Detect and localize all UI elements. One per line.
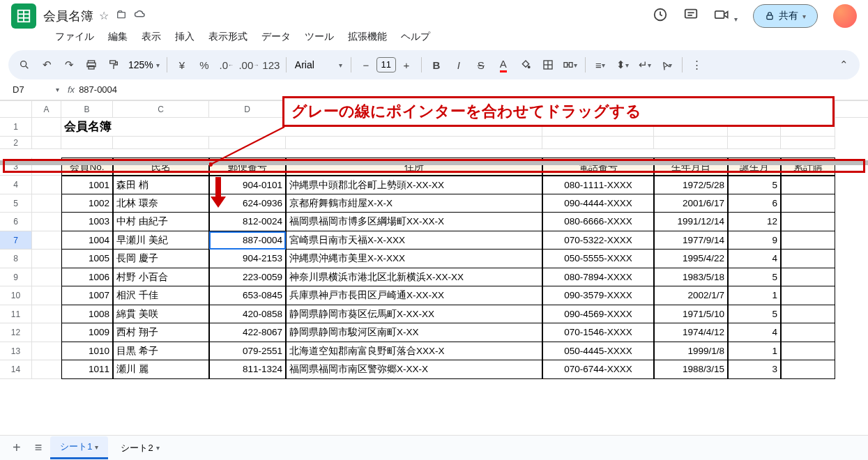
cell-name[interactable]: 相沢 千佳 (113, 286, 209, 305)
cell-zip[interactable]: 887-0004 (209, 231, 286, 250)
cell-total[interactable] (781, 305, 835, 324)
cell-no[interactable]: 1009 (61, 323, 113, 342)
decrease-decimal-icon[interactable]: .0← (216, 54, 237, 75)
redo-icon[interactable]: ↷ (59, 54, 79, 75)
cell-tel[interactable]: 090-3579-XXXX (542, 286, 654, 305)
cell-addr[interactable]: 北海道空知郡南富良野町落合XXX-X (286, 342, 542, 361)
cell-no[interactable]: 1006 (61, 268, 113, 287)
wrap-icon[interactable]: ↵ ▾ (634, 54, 655, 75)
cell-total[interactable] (781, 286, 835, 305)
row-header[interactable]: 4 (0, 176, 32, 194)
cell-no[interactable]: 1003 (61, 213, 113, 231)
add-sheet-button[interactable]: + (7, 440, 26, 456)
cell-dob[interactable]: 1991/12/14 (654, 213, 728, 231)
menu-view[interactable]: 表示 (135, 28, 167, 46)
menu-data[interactable]: データ (255, 28, 297, 46)
cell-addr[interactable]: 京都府舞鶴市紺屋X-X-X (286, 194, 542, 213)
user-avatar[interactable] (833, 4, 857, 28)
menu-edit[interactable]: 編集 (102, 28, 134, 46)
halign-icon[interactable]: ≡ ▾ (590, 54, 611, 75)
cell-zip[interactable]: 420-0858 (209, 305, 286, 324)
cell-dob[interactable]: 1974/4/12 (654, 323, 728, 342)
cell-no[interactable]: 1002 (61, 194, 113, 213)
zoom-select[interactable]: 125% ▾ (125, 59, 162, 70)
menu-help[interactable]: ヘルプ (395, 28, 436, 46)
cell-name[interactable]: 目黒 希子 (113, 342, 209, 361)
row-header[interactable]: 1 (0, 118, 32, 137)
cell-zip[interactable]: 904-2153 (209, 250, 286, 268)
cloud-icon[interactable] (134, 9, 146, 23)
cell-zip[interactable]: 223-0059 (209, 268, 286, 287)
cell-addr[interactable]: 静岡県静岡市駿河区南町X-XX (286, 323, 542, 342)
cell-no[interactable]: 1005 (61, 250, 113, 268)
sheets-logo-icon[interactable] (11, 3, 36, 29)
cell-addr[interactable]: 沖縄県中頭郡北谷町上勢頭X-XX-XX (286, 176, 542, 194)
meet-icon[interactable]: ▾ (714, 8, 738, 25)
cell-dob[interactable]: 2002/1/7 (654, 286, 728, 305)
cell-tel[interactable]: 070-1546-XXXX (542, 323, 654, 342)
cell-zip[interactable]: 812-0024 (209, 213, 286, 231)
cell-zip[interactable]: 811-1324 (209, 360, 286, 379)
table-row[interactable]: 1005長岡 慶子904-2153沖縄県沖縄市美里X-X-XXX050-5555… (32, 250, 835, 268)
cell-zip[interactable]: 653-0845 (209, 286, 286, 305)
cell-name[interactable]: 北林 環奈 (113, 194, 209, 213)
cell-total[interactable] (781, 268, 835, 287)
frozen-row-divider[interactable] (0, 160, 868, 165)
row-header[interactable]: 8 (0, 250, 32, 268)
cell-month[interactable]: 5 (728, 268, 781, 287)
menu-file[interactable]: ファイル (49, 28, 100, 46)
cell-tel[interactable]: 080-6666-XXXX (542, 213, 654, 231)
borders-icon[interactable] (538, 54, 558, 75)
col-header-B[interactable]: B (61, 101, 113, 117)
text-color-icon[interactable]: A (493, 54, 514, 75)
print-icon[interactable] (81, 54, 102, 75)
row-header[interactable]: 5 (0, 194, 32, 213)
fill-color-icon[interactable] (515, 54, 536, 75)
row-header[interactable]: 14 (0, 360, 32, 379)
star-icon[interactable]: ☆ (99, 9, 109, 23)
row-header[interactable]: 10 (0, 286, 32, 305)
cell-dob[interactable]: 1972/5/28 (654, 176, 728, 194)
cell-no[interactable]: 1007 (61, 286, 113, 305)
cell-month[interactable]: 9 (728, 231, 781, 250)
col-header-A[interactable]: A (32, 101, 61, 117)
cell-addr[interactable]: 兵庫県神戸市長田区戸崎通X-XX-XX (286, 286, 542, 305)
cell-tel[interactable]: 050-4445-XXXX (542, 342, 654, 361)
cell-no[interactable]: 1008 (61, 305, 113, 324)
cell-dob[interactable]: 1995/4/22 (654, 250, 728, 268)
menu-insert[interactable]: 挿入 (169, 28, 201, 46)
cell-month[interactable]: 1 (728, 286, 781, 305)
cell-dob[interactable]: 1999/1/8 (654, 342, 728, 361)
cell-total[interactable] (781, 323, 835, 342)
collapse-toolbar-icon[interactable]: ⌃ (833, 54, 854, 75)
sheet-tab-2[interactable]: シート2 ▾ (111, 438, 169, 459)
cell-zip[interactable]: 904-0101 (209, 176, 286, 194)
table-row[interactable]: 1002北林 環奈624-0936京都府舞鶴市紺屋X-X-X090-4444-X… (32, 194, 835, 213)
row-header[interactable]: 2 (0, 137, 32, 149)
row-header[interactable]: 11 (0, 305, 32, 324)
cell-zip[interactable]: 079-2551 (209, 342, 286, 361)
cell-name[interactable]: 中村 由紀子 (113, 213, 209, 231)
cell-no[interactable]: 1001 (61, 176, 113, 194)
row-header[interactable]: 9 (0, 268, 32, 287)
cell-zip[interactable]: 624-0936 (209, 194, 286, 213)
cell-total[interactable] (781, 342, 835, 361)
table-row[interactable]: 1009西村 翔子422-8067静岡県静岡市駿河区南町X-XX070-1546… (32, 323, 835, 342)
cell-dob[interactable]: 1983/5/18 (654, 268, 728, 287)
cell-addr[interactable]: 神奈川県横浜市港北区北新横浜X-XX-XX (286, 268, 542, 287)
cell-name[interactable]: 早瀬川 美紀 (113, 231, 209, 250)
valign-icon[interactable]: ⬍ ▾ (612, 54, 633, 75)
cell-tel[interactable]: 070-6744-XXXX (542, 360, 654, 379)
cell-name[interactable]: 瀬川 麗 (113, 360, 209, 379)
table-row[interactable]: 1004早瀬川 美紀887-0004宮崎県日南市天福X-X-XXX070-532… (32, 231, 835, 250)
cell-zip[interactable]: 422-8067 (209, 323, 286, 342)
table-row[interactable]: 1008綿貫 美咲420-0858静岡県静岡市葵区伝馬町X-XX-XX090-4… (32, 305, 835, 324)
share-button[interactable]: 共有 ▾ (753, 4, 818, 28)
cell-dob[interactable]: 1977/9/14 (654, 231, 728, 250)
font-size-input[interactable]: 11 (376, 57, 396, 72)
merge-icon[interactable]: ▾ (560, 54, 581, 75)
row-header[interactable]: 13 (0, 342, 32, 361)
sheet-tab-1[interactable]: シート1 ▾ (50, 436, 108, 459)
col-header-C[interactable]: C (113, 101, 209, 117)
row-header[interactable]: 12 (0, 323, 32, 342)
